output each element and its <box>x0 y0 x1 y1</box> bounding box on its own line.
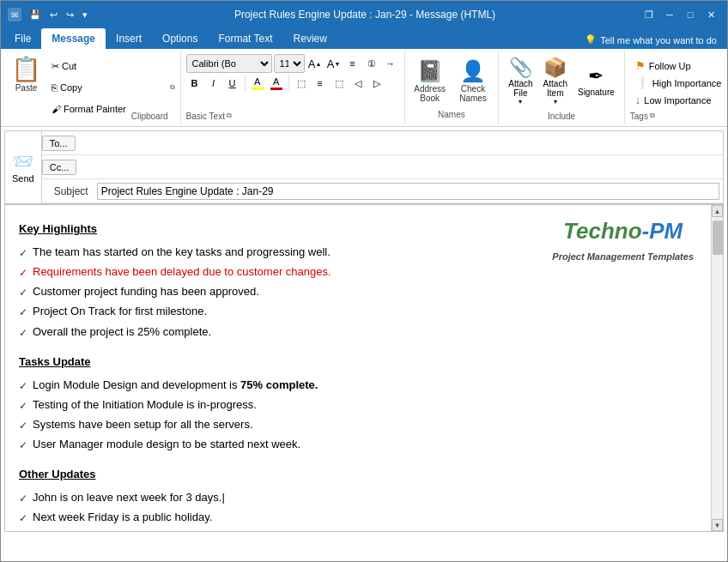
attach-file-arrow[interactable]: ▾ <box>519 98 522 106</box>
basic-text-expand-icon[interactable]: ⧉ <box>227 112 232 120</box>
tab-message[interactable]: Message <box>41 28 106 49</box>
tab-options[interactable]: Options <box>152 28 208 49</box>
tab-insert[interactable]: Insert <box>106 28 152 49</box>
watermark-techno: Techno <box>563 218 641 244</box>
follow-up-icon: ⚑ <box>635 59 646 72</box>
copy-label: Copy <box>60 82 82 93</box>
font-row: Calibri (Bo 11 A▲ A▼ ≡ ① → <box>186 54 399 73</box>
font-family-select[interactable]: Calibri (Bo <box>186 54 272 73</box>
include-label: Include <box>504 110 619 121</box>
include-group: 📎 AttachFile ▾ 📦 Attach Item ▾ ✒ Signatu… <box>499 51 625 124</box>
attach-item-button[interactable]: 📦 Attach Item ▾ <box>539 54 572 108</box>
tags-label: Tags <box>630 110 648 121</box>
cc-input[interactable] <box>80 159 723 176</box>
highlight-color-bar <box>252 88 264 90</box>
cc-button[interactable]: Cc... <box>42 160 77 175</box>
check-names-button[interactable]: 👤 Check Names <box>453 56 494 106</box>
watermark: Techno-PM Project Management Templates <box>552 214 694 264</box>
compose-header: 📨 Send To... Cc... Subject <box>4 130 724 204</box>
list-item: ✓ Requirements have been delayed due to … <box>19 263 697 281</box>
tab-review[interactable]: Review <box>283 28 337 49</box>
restore-btn[interactable]: ❐ <box>640 5 658 24</box>
numbered-list-btn[interactable]: ① <box>363 55 380 72</box>
tab-format-text[interactable]: Format Text <box>208 28 282 49</box>
list-item: ✓ User Manager module design to be start… <box>19 436 697 454</box>
tags-expand-icon[interactable]: ⧉ <box>650 112 655 120</box>
scroll-down-btn[interactable]: ▼ <box>712 519 723 531</box>
list-item: ✓ Project On Track for first milestone. <box>19 303 697 321</box>
cc-row: Cc... <box>42 155 723 179</box>
copy-icon: ⎘ <box>52 82 58 93</box>
subject-input[interactable] <box>97 183 719 200</box>
minimize-btn[interactable]: ─ <box>660 5 679 24</box>
email-body[interactable]: Techno-PM Project Management Templates K… <box>5 205 711 531</box>
bullet-list-btn[interactable]: ≡ <box>344 55 361 72</box>
list-item: ✓ Testing of the Initiation Module is in… <box>19 396 697 414</box>
task-item-1: Login Module Design and development is 7… <box>33 377 318 395</box>
customize-quick-btn[interactable]: ▾ <box>80 9 90 21</box>
follow-up-button[interactable]: ⚑ Follow Up ▾ <box>630 57 728 74</box>
font-grow-btn[interactable]: A▲ <box>306 55 324 72</box>
highlight-item-2: Requirements have been delayed due to cu… <box>33 263 331 281</box>
quick-access-toolbar: 💾 ↩ ↪ ▾ <box>27 9 90 21</box>
to-button[interactable]: To... <box>42 136 76 151</box>
clipboard-small-btns: ✂ Cut ⎘ Copy 🖌 Format Painter <box>48 54 130 121</box>
low-importance-button[interactable]: ↓ Low Importance <box>630 92 728 108</box>
signature-icon: ✒ <box>588 65 604 88</box>
align-center-btn[interactable]: ≡ <box>312 75 329 92</box>
cut-button[interactable]: ✂ Cut <box>48 59 130 74</box>
tell-me-icon: 💡 <box>585 34 597 45</box>
italic-button[interactable]: I <box>205 75 222 92</box>
send-button[interactable]: 📨 Send <box>5 131 42 203</box>
high-importance-button[interactable]: ❕ High Importance <box>630 75 728 91</box>
close-btn[interactable]: ✕ <box>701 5 720 24</box>
clipboard-expand-icon[interactable]: ⧉ <box>170 83 175 92</box>
to-input[interactable] <box>79 135 724 152</box>
copy-button[interactable]: ⎘ Copy <box>48 81 130 94</box>
window-title: Project Rules Engine Update : Jan-29 - M… <box>90 9 640 21</box>
email-body-wrapper: Techno-PM Project Management Templates K… <box>4 204 724 532</box>
font-color-btn[interactable]: A <box>268 75 285 92</box>
font-shrink-btn[interactable]: A▼ <box>325 55 343 72</box>
subject-label: Subject <box>42 185 94 197</box>
attach-item-icon: 📦 <box>543 57 567 79</box>
scroll-up-btn[interactable]: ▲ <box>712 205 723 217</box>
check-names-label: Check Names <box>458 84 488 103</box>
check-icon: ✓ <box>19 285 27 301</box>
save-quick-btn[interactable]: 💾 <box>27 9 44 21</box>
title-bar: ✉ 💾 ↩ ↪ ▾ Project Rules Engine Update : … <box>1 1 727 28</box>
signature-label: Signature <box>578 88 615 97</box>
maximize-btn[interactable]: □ <box>681 5 700 24</box>
signature-button[interactable]: ✒ Signature <box>573 63 619 100</box>
align-left-btn[interactable]: ⬚ <box>293 75 310 92</box>
redo-quick-btn[interactable]: ↪ <box>64 9 76 21</box>
low-importance-label: Low Importance <box>644 95 711 106</box>
scroll-thumb[interactable] <box>713 221 723 255</box>
font-size-select[interactable]: 11 <box>274 54 305 73</box>
undo-quick-btn[interactable]: ↩ <box>47 9 60 21</box>
basic-text-label: Basic Text <box>186 110 225 121</box>
ribbon: 📋 Paste ✂ Cut ⎘ Copy 🖌 Format Painter <box>1 49 727 127</box>
tab-file[interactable]: File <box>4 28 41 49</box>
underline-button[interactable]: U <box>224 75 241 92</box>
decrease-indent-btn[interactable]: ◁ <box>349 75 367 92</box>
paste-button[interactable]: 📋 Paste <box>6 54 46 121</box>
check-names-icon: 👤 <box>460 59 486 84</box>
bold-button[interactable]: B <box>186 75 203 92</box>
highlight-color-btn[interactable]: A <box>249 75 266 92</box>
attach-file-button[interactable]: 📎 AttachFile ▾ <box>504 54 537 108</box>
indent-btn[interactable]: → <box>382 55 399 72</box>
paste-icon: 📋 <box>11 57 41 82</box>
check-icon: ✓ <box>19 245 27 262</box>
tell-me-bar[interactable]: 💡 Tell me what you want to do <box>578 31 724 49</box>
list-item: ✓ Overall the project is 25% complete. <box>19 323 697 341</box>
address-book-icon: 📓 <box>417 59 443 84</box>
increase-indent-btn[interactable]: ▷ <box>368 75 385 92</box>
highlight-item-4: Project On Track for first milestone. <box>33 303 207 321</box>
clipboard-label-row: Clipboard ⧉ <box>131 54 175 121</box>
attach-item-arrow[interactable]: ▾ <box>554 98 557 106</box>
align-right-btn[interactable]: ⬚ <box>331 75 348 92</box>
format-painter-button[interactable]: 🖌 Format Painter <box>48 102 130 116</box>
tell-me-text: Tell me what you want to do <box>600 35 717 45</box>
address-book-button[interactable]: 📓 Address Book <box>410 56 450 106</box>
